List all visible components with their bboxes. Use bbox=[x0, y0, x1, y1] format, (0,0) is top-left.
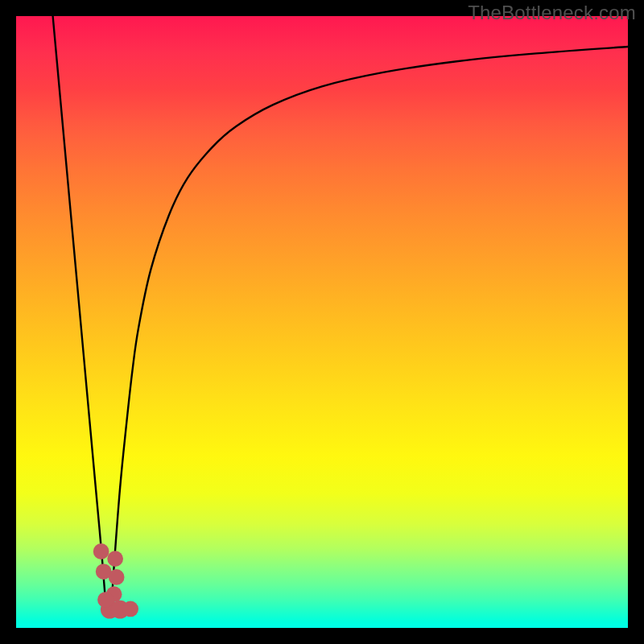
marker-group bbox=[93, 543, 138, 618]
marker-c bbox=[107, 551, 123, 567]
marker-a bbox=[93, 543, 109, 559]
marker-d bbox=[109, 569, 125, 585]
chart-container: TheBottleneck.com bbox=[0, 0, 644, 644]
curve-left-branch bbox=[53, 16, 107, 616]
curve-right-branch bbox=[111, 47, 628, 616]
marker-g bbox=[97, 592, 114, 608]
chart-overlay bbox=[16, 16, 628, 628]
marker-i bbox=[122, 601, 138, 617]
watermark-text: TheBottleneck.com bbox=[468, 2, 636, 24]
